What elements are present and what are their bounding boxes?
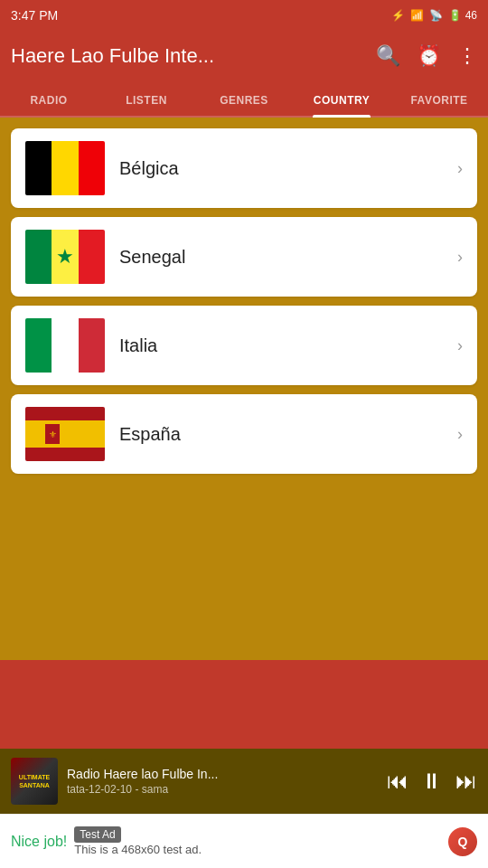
country-item-italia[interactable]: Italia › — [11, 306, 477, 385]
signal-icon: 📶 — [410, 9, 424, 22]
pause-button[interactable]: ⏸ — [421, 769, 443, 794]
chevron-icon: › — [457, 248, 463, 267]
alarm-icon[interactable]: ⏰ — [417, 44, 441, 68]
chevron-icon: › — [457, 336, 463, 355]
ad-bar: Nice job! Test Ad This is a 468x60 test … — [0, 814, 488, 868]
tab-radio[interactable]: RADIO — [0, 83, 98, 116]
player-subtitle: tata-12-02-10 - sama — [67, 783, 387, 796]
ad-test-label: Test Ad — [74, 826, 448, 843]
player-info: Radio Haere lao Fulbe In... tata-12-02-1… — [67, 767, 387, 796]
country-name-belgica: Bélgica — [119, 158, 457, 179]
header-title: Haere Lao Fulbe Inte... — [11, 44, 376, 68]
tab-favorite[interactable]: FAVORITE — [390, 83, 488, 116]
country-item-espana[interactable]: ⚜ España › — [11, 394, 477, 474]
flag-italy — [25, 318, 105, 373]
ad-nice-label: Nice job! — [11, 834, 67, 850]
chevron-icon: › — [457, 425, 463, 444]
header-icons: 🔍 ⏰ ⋮ — [376, 44, 477, 68]
country-item-belgica[interactable]: Bélgica › — [11, 128, 477, 208]
bluetooth-icon: ⚡ — [391, 9, 405, 22]
country-name-senegal: Senegal — [119, 247, 457, 268]
tabs-bar: RADIO LISTEN GENRES COUNTRY FAVORITE — [0, 83, 488, 118]
rewind-button[interactable]: ⏮ — [387, 769, 408, 794]
status-time: 3:47 PM — [11, 8, 58, 23]
more-icon[interactable]: ⋮ — [457, 44, 477, 68]
wifi-icon: 📡 — [429, 9, 443, 22]
battery-icon: 🔋 46 — [448, 9, 477, 22]
player-thumbnail: ULTIMATESANTANA — [11, 758, 58, 805]
flag-belgium — [25, 141, 105, 195]
player-bar: ULTIMATESANTANA Radio Haere lao Fulbe In… — [0, 749, 488, 814]
flag-spain: ⚜ — [25, 407, 105, 461]
status-bar: 3:47 PM ⚡ 📶 📡 🔋 46 — [0, 0, 488, 29]
chevron-icon: › — [457, 159, 463, 178]
fast-forward-button[interactable]: ⏭ — [455, 769, 477, 794]
player-title: Radio Haere lao Fulbe In... — [67, 767, 387, 781]
country-name-italia: Italia — [119, 335, 457, 356]
player-controls: ⏮ ⏸ ⏭ — [387, 769, 477, 794]
tab-genres[interactable]: GENRES — [195, 83, 293, 116]
flag-senegal: ★ — [25, 230, 105, 284]
tab-listen[interactable]: LISTEN — [98, 83, 195, 116]
ad-logo: Q — [448, 827, 477, 856]
header: Haere Lao Fulbe Inte... 🔍 ⏰ ⋮ — [0, 29, 488, 83]
player-thumb-text: ULTIMATESANTANA — [11, 758, 58, 805]
ad-description: This is a 468x60 test ad. — [74, 843, 448, 856]
search-icon[interactable]: 🔍 — [376, 44, 400, 68]
country-name-espana: España — [119, 424, 457, 445]
country-item-senegal[interactable]: ★ Senegal › — [11, 217, 477, 297]
country-list: Bélgica › ★ Senegal › Italia › — [0, 118, 488, 660]
status-icons: ⚡ 📶 📡 🔋 46 — [391, 9, 477, 22]
tab-country[interactable]: COUNTRY — [293, 83, 390, 116]
